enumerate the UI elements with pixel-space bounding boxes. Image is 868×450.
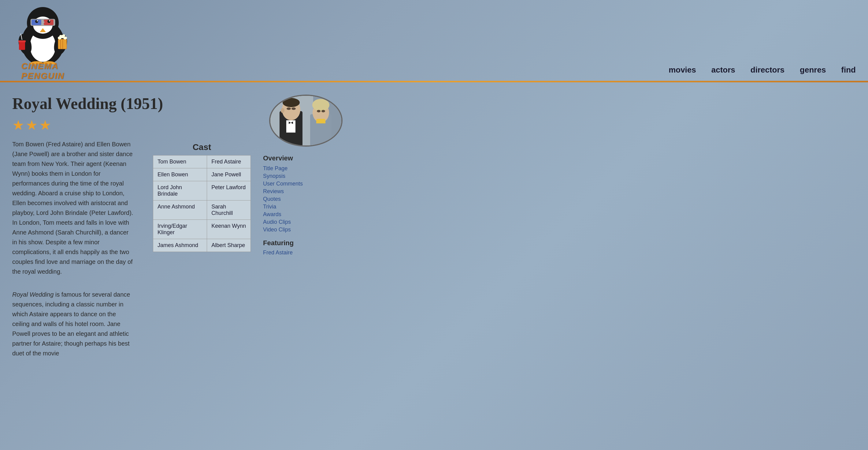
photo-scene (270, 96, 341, 145)
overview-link-synopsis[interactable]: Synopsis (263, 173, 349, 179)
main-nav: movies actors directors genres find (669, 65, 856, 81)
cast-section: Cast Tom BowenFred AstaireEllen BowenJan… (153, 139, 251, 252)
cast-actor: Peter Lawford (207, 181, 251, 200)
svg-rect-42 (313, 123, 329, 147)
movie-photo (269, 94, 343, 147)
svg-point-44 (291, 108, 296, 110)
svg-point-46 (321, 110, 325, 112)
svg-point-24 (59, 35, 62, 37)
cast-inner: Cast Tom BowenFred AstaireEllen BowenJan… (153, 142, 251, 252)
svg-point-37 (281, 108, 284, 113)
svg-point-11 (37, 20, 38, 22)
overview-title: Overview (263, 154, 349, 162)
right-sidebar: Overview Title PageSynopsisUser Comments… (263, 94, 349, 366)
movie-stars: ★★★ (12, 117, 251, 133)
photo-svg (270, 96, 343, 147)
header-divider (0, 81, 868, 82)
svg-point-25 (62, 34, 65, 37)
overview-link-user-comments[interactable]: User Comments (263, 180, 349, 187)
svg-rect-15 (18, 40, 26, 42)
overview-link-quotes[interactable]: Quotes (263, 196, 349, 202)
svg-point-45 (317, 110, 320, 112)
svg-rect-33 (286, 120, 296, 133)
overview-links: Title PageSynopsisUser CommentsReviewsQu… (263, 165, 349, 233)
logo-area: CINEMA PENGUIN (12, 3, 73, 81)
svg-rect-7 (41, 22, 44, 23)
overview-section: Overview Title PageSynopsisUser Comments… (263, 154, 349, 256)
featuring-link-fred-astaire[interactable]: Fred Astaire (263, 250, 349, 256)
main-content: Royal Wedding (1951) ★★★ Tom Bowen (Fred… (0, 88, 868, 372)
svg-point-43 (286, 108, 291, 110)
cast-table-row: Ellen BowenJane Powell (153, 168, 251, 181)
cast-table: Tom BowenFred AstaireEllen BowenJane Pow… (153, 155, 251, 252)
cast-character: Ellen Bowen (153, 168, 207, 181)
cast-character: Lord John Brindale (153, 181, 207, 200)
svg-point-12 (49, 20, 50, 22)
overview-link-awards[interactable]: Awards (263, 211, 349, 218)
cast-actor: Keenan Wynn (207, 220, 251, 239)
nav-find[interactable]: find (841, 65, 856, 75)
svg-point-40 (312, 99, 330, 111)
svg-point-9 (35, 20, 38, 23)
synopsis-section: Tom Bowen (Fred Astaire) and Ellen Bowen… (12, 139, 134, 366)
site-logo (12, 3, 73, 64)
nav-directors[interactable]: directors (750, 65, 784, 75)
overview-link-trivia[interactable]: Trivia (263, 203, 349, 210)
cast-title: Cast (193, 142, 211, 152)
synopsis-text-2: is famous for several dance sequences, i… (12, 291, 130, 357)
cast-table-row: James AshmondAlbert Sharpe (153, 239, 251, 252)
svg-point-10 (48, 20, 51, 23)
synopsis-paragraph-2: Royal Wedding is famous for several danc… (12, 289, 134, 358)
cast-character: Tom Bowen (153, 156, 207, 168)
cast-table-row: Tom BowenFred Astaire (153, 156, 251, 168)
cast-actor: Fred Astaire (207, 156, 251, 168)
nav-actors[interactable]: actors (711, 65, 735, 75)
cast-table-row: Lord John BrindalePeter Lawford (153, 181, 251, 200)
overview-link-title-page[interactable]: Title Page (263, 165, 349, 172)
cast-actor: Jane Powell (207, 168, 251, 181)
synopsis-italic: Royal Wedding (12, 291, 54, 298)
left-content: Royal Wedding (1951) ★★★ Tom Bowen (Fred… (12, 94, 251, 366)
cast-character: Anne Ashmond (153, 200, 207, 220)
content-row: Tom Bowen (Fred Astaire) and Ellen Bowen… (12, 139, 251, 366)
cast-actor: Albert Sharpe (207, 239, 251, 252)
featuring-links: Fred Astaire (263, 250, 349, 256)
site-header: CINEMA PENGUIN movies actors directors g… (0, 0, 868, 81)
movie-title: Royal Wedding (1951) (12, 94, 251, 113)
featuring-title: Featuring (263, 239, 349, 247)
cast-table-row: Anne AshmondSarah Churchill (153, 200, 251, 220)
nav-movies[interactable]: movies (669, 65, 696, 75)
cast-actor: Sarah Churchill (207, 200, 251, 220)
overview-link-audio-clips[interactable]: Audio Clips (263, 219, 349, 225)
cast-character: Irving/Edgar Klinger (153, 220, 207, 239)
synopsis-paragraph-1: Tom Bowen (Fred Astaire) and Ellen Bowen… (12, 139, 134, 276)
svg-rect-14 (19, 41, 25, 50)
site-name: CINEMA PENGUIN (21, 61, 65, 81)
nav-genres[interactable]: genres (800, 65, 826, 75)
svg-point-23 (63, 36, 67, 39)
svg-point-36 (283, 98, 300, 107)
overview-link-reviews[interactable]: Reviews (263, 188, 349, 195)
overview-link-video-clips[interactable]: Video Clips (263, 227, 349, 233)
cast-character: James Ashmond (153, 239, 207, 252)
cast-table-row: Irving/Edgar KlingerKeenan Wynn (153, 220, 251, 239)
